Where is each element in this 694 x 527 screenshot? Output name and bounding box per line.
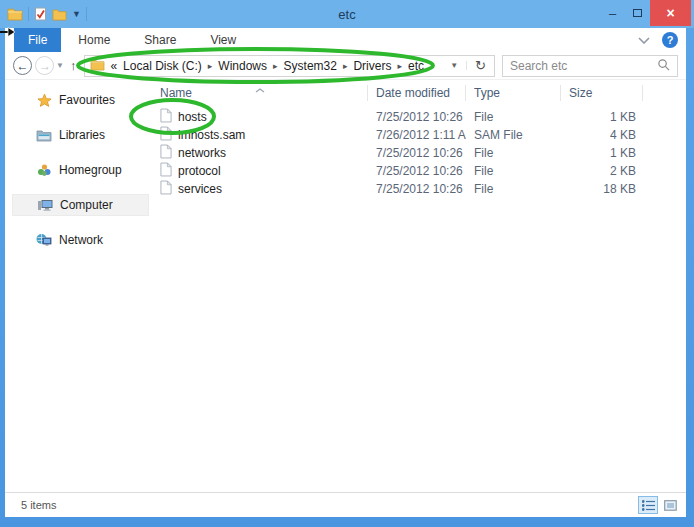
sort-ascending-icon (255, 81, 265, 97)
crumb-separator-icon[interactable]: ▸ (343, 61, 348, 71)
file-type: File (466, 146, 561, 160)
column-header-date-modified[interactable]: Date modified (368, 85, 466, 101)
qat-customize-icon[interactable]: ▼ (72, 10, 81, 19)
explorer-window: ▼ etc – × FileHomeShareView ? ← ← ▼ ↑ (0, 0, 694, 527)
maximize-button[interactable] (625, 0, 650, 26)
properties-check-icon[interactable] (34, 7, 47, 21)
file-date-modified: 7/25/2012 10:26 PM (368, 182, 466, 196)
file-row-networks[interactable]: networks7/25/2012 10:26 PMFile1 KB (152, 144, 686, 162)
file-rows: hosts7/25/2012 10:26 PMFile1 KBlmhosts.s… (152, 108, 686, 198)
sidebar-item-favourites[interactable]: Favourites (12, 89, 149, 111)
file-date-modified: 7/25/2012 10:26 PM (368, 110, 466, 124)
computer-icon (37, 198, 53, 212)
minimize-button[interactable]: – (600, 0, 625, 26)
sidebar-item-label: Homegroup (59, 163, 122, 177)
address-dropdown-icon[interactable]: ▼ (442, 61, 467, 70)
sidebar-item-label: Libraries (59, 128, 105, 142)
large-icons-view-button[interactable] (660, 496, 680, 514)
file-icon (160, 162, 172, 180)
titlebar: ▼ etc – × (0, 0, 694, 28)
separator (86, 7, 87, 21)
item-count: 5 items (21, 499, 56, 511)
crumb-etc[interactable]: etc (408, 59, 424, 73)
crumb-separator-icon[interactable]: ▸ (208, 61, 213, 71)
file-row-hosts[interactable]: hosts7/25/2012 10:26 PMFile1 KB (152, 108, 686, 126)
window-title: etc (0, 7, 694, 22)
refresh-icon[interactable]: ↻ (467, 58, 494, 73)
details-view-button[interactable] (638, 496, 658, 514)
file-type: File (466, 182, 561, 196)
tab-share[interactable]: Share (127, 28, 193, 52)
homegroup-icon (36, 163, 52, 177)
ribbon-collapse-chevron-icon[interactable] (638, 33, 650, 47)
tab-file[interactable]: File (14, 28, 61, 52)
file-type: SAM File (466, 128, 561, 142)
collapsed-crumbs-icon[interactable]: « (110, 59, 117, 73)
tab-home[interactable]: Home (61, 28, 127, 52)
tab-view[interactable]: View (193, 28, 253, 52)
crumb-system32[interactable]: System32 (284, 59, 337, 73)
column-headers: NameDate modifiedTypeSize (152, 83, 686, 103)
sidebar-item-network[interactable]: Network (12, 229, 149, 251)
close-button[interactable]: × (650, 0, 691, 26)
sidebar-item-label: Network (59, 233, 103, 247)
sidebar-item-homegroup[interactable]: Homegroup (12, 159, 149, 181)
recent-locations-dropdown-icon[interactable]: ▼ (56, 61, 64, 70)
back-button[interactable]: ← (13, 56, 32, 75)
file-icon (160, 144, 172, 162)
crumb-separator-icon[interactable]: ▸ (397, 61, 402, 71)
file-size: 1 KB (561, 146, 643, 160)
file-icon (160, 108, 172, 126)
navigation-pane: FavouritesLibrariesHomegroupComputerNetw… (5, 80, 152, 492)
file-name: lmhosts.sam (178, 128, 245, 142)
status-bar: 5 items (5, 492, 686, 517)
column-header-name[interactable]: Name (152, 85, 368, 101)
file-row-services[interactable]: services7/25/2012 10:26 PMFile18 KB (152, 180, 686, 198)
sidebar-item-label: Computer (60, 198, 113, 212)
file-name: networks (178, 146, 226, 160)
file-date-modified: 7/26/2012 1:11 AM (368, 128, 466, 142)
file-name: hosts (178, 110, 207, 124)
address-bar[interactable]: «Local Disk (C:)▸Windows▸System32▸Driver… (84, 55, 495, 77)
separator (28, 7, 29, 21)
star-icon (36, 93, 52, 108)
column-header-size[interactable]: Size (561, 85, 643, 101)
file-size: 1 KB (561, 110, 643, 124)
crumb-windows[interactable]: Windows (218, 59, 267, 73)
file-icon (160, 180, 172, 198)
crumb-separator-icon[interactable]: ▸ (273, 61, 278, 71)
file-row-lmhosts-sam[interactable]: lmhosts.sam7/26/2012 1:11 AMSAM File4 KB (152, 126, 686, 144)
crumb-drivers[interactable]: Drivers (353, 59, 391, 73)
file-type: File (466, 110, 561, 124)
search-icon[interactable] (657, 58, 670, 74)
file-list-pane: NameDate modifiedTypeSize hosts7/25/2012… (152, 80, 686, 492)
maximize-icon (633, 9, 642, 17)
breadcrumb[interactable]: «Local Disk (C:)▸Windows▸System32▸Driver… (105, 59, 442, 73)
file-date-modified: 7/25/2012 10:26 PM (368, 164, 466, 178)
up-button[interactable]: ↑ (70, 58, 77, 73)
file-name: services (178, 182, 222, 196)
file-row-protocol[interactable]: protocol7/25/2012 10:26 PMFile2 KB (152, 162, 686, 180)
file-size: 4 KB (561, 128, 643, 142)
file-size: 2 KB (561, 164, 643, 178)
libraries-icon (36, 129, 52, 142)
forward-button[interactable]: ← (35, 56, 54, 75)
search-input[interactable] (510, 59, 657, 73)
address-toolbar: ← ← ▼ ↑ «Local Disk (C:)▸Windows▸System3… (5, 52, 686, 80)
explorer-folder-icon (7, 7, 23, 21)
crumb-local-disk-c-[interactable]: Local Disk (C:) (123, 59, 202, 73)
folder-icon (90, 58, 105, 74)
file-size: 18 KB (561, 182, 643, 196)
file-date-modified: 7/25/2012 10:26 PM (368, 146, 466, 160)
search-box[interactable] (502, 55, 678, 77)
sidebar-item-label: Favourites (59, 93, 115, 107)
column-header-type[interactable]: Type (466, 85, 561, 101)
network-icon (36, 233, 52, 247)
sidebar-item-computer[interactable]: Computer (12, 194, 149, 216)
folder-icon[interactable] (52, 8, 67, 21)
file-name: protocol (178, 164, 221, 178)
help-icon[interactable]: ? (662, 32, 678, 48)
file-type: File (466, 164, 561, 178)
sidebar-item-libraries[interactable]: Libraries (12, 124, 149, 146)
ribbon-tabs: FileHomeShareView ? (5, 28, 686, 52)
